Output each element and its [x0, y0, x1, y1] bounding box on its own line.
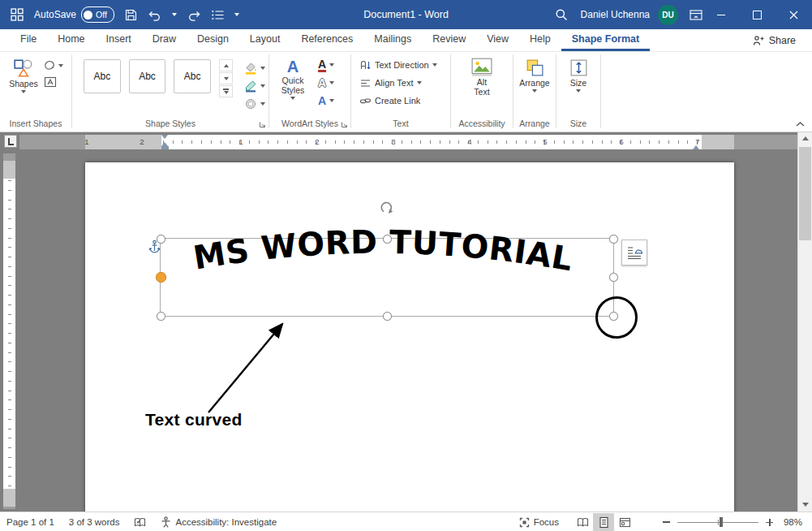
align-text-icon: [359, 77, 372, 89]
ribbon-display-options-icon[interactable]: [690, 10, 702, 20]
text-outline-icon: A: [318, 77, 326, 88]
create-link-button[interactable]: Create Link: [356, 92, 450, 110]
size-button[interactable]: Size: [560, 54, 597, 114]
print-layout-icon: [598, 516, 610, 529]
focus-button[interactable]: Focus: [519, 517, 559, 528]
text-direction-button[interactable]: Text Direction: [356, 56, 450, 74]
resize-handle-bottom-center[interactable]: [383, 312, 392, 321]
style-gallery-more-button[interactable]: [219, 85, 233, 97]
autosave-toggle[interactable]: AutoSave Off: [34, 6, 114, 23]
zoom-percentage[interactable]: 98%: [781, 517, 802, 527]
tab-help[interactable]: Help: [519, 29, 561, 51]
ribbon-group-size: Size Size: [556, 51, 600, 131]
alt-text-button[interactable]: Alt Text: [463, 54, 501, 114]
proofing-icon[interactable]: [134, 517, 146, 528]
shape-style-preview-1[interactable]: Abc: [84, 59, 121, 93]
tab-draw[interactable]: Draw: [142, 29, 187, 51]
create-link-icon: [359, 95, 372, 107]
text-fill-button[interactable]: A: [315, 56, 337, 74]
search-icon[interactable]: [555, 8, 568, 21]
shapes-button[interactable]: Shapes: [5, 54, 42, 114]
wordart-curved-text[interactable]: MS WORD TUTORIAL: [162, 211, 625, 288]
right-indent-marker[interactable]: [693, 145, 699, 149]
first-line-indent-marker[interactable]: [161, 135, 168, 139]
resize-handle-bottom-left[interactable]: [157, 312, 165, 321]
customize-qat-chevron-icon[interactable]: [234, 13, 239, 16]
zoom-slider-thumb[interactable]: [720, 517, 723, 527]
adjust-handle[interactable]: [156, 272, 166, 283]
text-box-button[interactable]: [44, 76, 63, 88]
page[interactable]: MS WORD TUTORIAL: [85, 162, 734, 512]
align-text-button[interactable]: Align Text: [356, 74, 450, 92]
ruler-number: 3: [389, 137, 397, 147]
maximize-button[interactable]: [739, 0, 775, 29]
web-layout-button[interactable]: [614, 513, 635, 531]
share-button[interactable]: Share: [753, 29, 812, 51]
vertical-ruler[interactable]: [3, 153, 15, 509]
page-indicator[interactable]: Page 1 of 1: [6, 517, 54, 527]
app-grid-icon[interactable]: [11, 8, 24, 21]
tab-insert[interactable]: Insert: [96, 29, 142, 51]
edit-shape-button[interactable]: [44, 59, 63, 72]
ribbon: Shapes Insert Shapes Abc: [0, 51, 812, 132]
text-effects-button[interactable]: A: [315, 92, 337, 110]
arrange-button[interactable]: Arrange: [514, 54, 555, 114]
ruler-number: 4: [466, 137, 474, 147]
tab-file[interactable]: File: [10, 29, 47, 51]
tab-review[interactable]: Review: [422, 29, 476, 51]
tab-shape-format[interactable]: Shape Format: [561, 29, 650, 51]
accessibility-status[interactable]: Accessibility: Investigate: [161, 516, 277, 528]
scrollbar-thumb[interactable]: [799, 147, 811, 240]
shape-style-preview-2[interactable]: Abc: [129, 59, 166, 93]
alt-text-icon: [471, 58, 492, 77]
vertical-scrollbar[interactable]: [797, 132, 812, 512]
shapes-label: Shapes: [9, 79, 38, 88]
redo-icon[interactable]: [187, 9, 201, 21]
resize-handle-top-center[interactable]: [383, 235, 392, 244]
tab-layout[interactable]: Layout: [239, 29, 291, 51]
quick-access-list-icon[interactable]: [212, 10, 224, 20]
tab-mailings[interactable]: Mailings: [363, 29, 422, 51]
text-outline-button[interactable]: A: [315, 74, 337, 92]
vruler-bottom-margin: [3, 489, 15, 507]
minus-icon: [663, 521, 670, 523]
read-mode-button[interactable]: [572, 513, 593, 531]
quick-styles-button[interactable]: A Quick Styles: [274, 54, 311, 114]
shape-fill-button[interactable]: [241, 59, 269, 77]
document-area[interactable]: MS WORD TUTORIAL: [0, 152, 812, 512]
resize-handle-top-right[interactable]: [609, 235, 618, 244]
zoom-slider[interactable]: [677, 522, 758, 523]
layout-options-button[interactable]: [621, 240, 647, 266]
style-gallery-up-button[interactable]: [219, 59, 233, 71]
tab-view[interactable]: View: [476, 29, 519, 51]
zoom-out-button[interactable]: [663, 521, 670, 523]
scroll-up-icon[interactable]: [798, 132, 812, 145]
word-count[interactable]: 3 of 3 words: [69, 517, 120, 527]
avatar[interactable]: DU: [658, 5, 678, 25]
vruler-text-area: [3, 179, 15, 489]
minimize-button[interactable]: [702, 0, 739, 29]
tab-home[interactable]: Home: [47, 29, 95, 51]
scroll-down-icon[interactable]: [798, 498, 812, 512]
undo-icon[interactable]: [148, 9, 161, 21]
style-gallery-down-button[interactable]: [219, 72, 233, 84]
save-icon[interactable]: [125, 9, 137, 21]
collapse-ribbon-icon[interactable]: [796, 122, 805, 127]
print-layout-button[interactable]: [593, 513, 614, 531]
left-indent-marker[interactable]: [161, 146, 169, 149]
close-button[interactable]: [775, 0, 812, 29]
shape-effects-button[interactable]: [241, 95, 269, 113]
shape-style-preview-3[interactable]: Abc: [174, 59, 211, 93]
zoom-in-button[interactable]: [766, 519, 773, 526]
tab-references[interactable]: References: [290, 29, 363, 51]
undo-dropdown-icon[interactable]: [172, 13, 177, 16]
shape-outline-button[interactable]: [241, 77, 269, 95]
ribbon-group-wordart-styles: A Quick Styles A A A: [269, 51, 350, 131]
resize-handle-middle-right[interactable]: [609, 273, 618, 282]
horizontal-ruler[interactable]: 1 2 1 2 3 4 5 6 7: [19, 135, 798, 149]
web-layout-icon: [619, 516, 631, 529]
tab-stop-selector[interactable]: [4, 135, 17, 148]
tab-design[interactable]: Design: [187, 29, 239, 51]
user-name[interactable]: Daniel Uchenna: [581, 9, 650, 20]
rotate-handle-icon[interactable]: [379, 200, 395, 216]
